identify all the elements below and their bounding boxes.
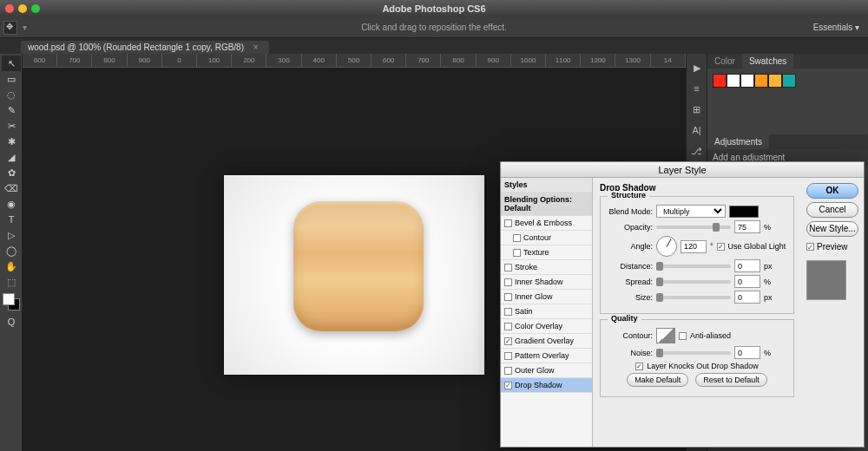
character-icon[interactable]: A|	[688, 121, 706, 139]
noise-input[interactable]	[734, 346, 760, 359]
move-tool-indicator[interactable]	[3, 21, 17, 35]
swatch[interactable]	[713, 74, 727, 88]
effect-pattern-overlay[interactable]: Pattern Overlay	[501, 349, 592, 363]
crop-tool[interactable]: ✂	[2, 118, 21, 134]
canvas-artboard[interactable]	[224, 175, 484, 375]
eraser-tool[interactable]: ◉	[2, 196, 21, 212]
horizontal-ruler: 6007008009000100200300400500600700800900…	[23, 54, 686, 68]
swatches-panel	[707, 69, 868, 100]
history-icon[interactable]: ≡	[688, 80, 706, 97]
type-tool[interactable]: T	[2, 212, 21, 227]
noise-slider[interactable]	[656, 351, 731, 355]
global-light-checkbox[interactable]	[717, 243, 725, 251]
hand-tool[interactable]: ✋	[2, 258, 21, 274]
effect-satin[interactable]: Satin	[501, 304, 592, 319]
app-title: Adobe Photoshop CS6	[382, 3, 485, 14]
effect-outer-glow[interactable]: Outer Glow	[501, 363, 592, 378]
preview-checkbox[interactable]	[806, 243, 814, 251]
styles-header[interactable]: Styles	[501, 178, 592, 193]
dialog-title: Layer Style	[501, 162, 864, 178]
spread-slider[interactable]	[656, 280, 731, 284]
wand-tool[interactable]: ✎	[2, 102, 21, 118]
effect-texture[interactable]: Texture	[501, 245, 592, 260]
path-tool[interactable]: ▷	[2, 227, 21, 243]
heal-tool[interactable]: ◢	[2, 149, 21, 165]
reset-default-button[interactable]: Reset to Default	[695, 373, 767, 387]
document-tabs: wood.psd @ 100% (Rounded Rectangle 1 cop…	[0, 38, 868, 54]
adjustments-tab[interactable]: Adjustments	[707, 134, 769, 149]
angle-input[interactable]	[681, 240, 707, 253]
ok-button[interactable]: OK	[806, 183, 858, 199]
foreground-background-colors[interactable]	[3, 293, 20, 310]
angle-dial[interactable]	[656, 236, 677, 257]
effect-settings: Drop Shadow Structure Blend Mode: Multip…	[593, 178, 801, 447]
swatch[interactable]	[754, 74, 768, 88]
effect-gradient-overlay[interactable]: Gradient Overlay	[501, 334, 592, 349]
effect-contour[interactable]: Contour	[501, 231, 592, 245]
lasso-tool[interactable]: ◌	[2, 87, 21, 102]
effect-stroke[interactable]: Stroke	[501, 260, 592, 275]
foreground-color-swatch[interactable]	[3, 293, 15, 305]
adjustments-panel-tabs: Adjustments	[707, 134, 868, 149]
close-window-button[interactable]	[5, 4, 14, 13]
move-tool[interactable]: ↖	[2, 56, 21, 71]
close-tab-icon[interactable]: ×	[253, 42, 259, 52]
effect-drop-shadow[interactable]: Drop Shadow	[501, 378, 592, 393]
cancel-button[interactable]: Cancel	[806, 202, 858, 218]
effects-list: Styles Blending Options: Default Bevel &…	[501, 178, 593, 447]
anti-aliased-checkbox[interactable]	[679, 332, 687, 340]
swatch[interactable]	[768, 74, 782, 88]
quality-group: Quality Contour: Anti-aliased Noise: % L…	[600, 319, 794, 397]
traffic-lights	[5, 4, 40, 13]
marquee-tool[interactable]: ▭	[2, 71, 21, 87]
effect-inner-shadow[interactable]: Inner Shadow	[501, 275, 592, 290]
size-input[interactable]	[734, 291, 760, 304]
opacity-input[interactable]	[734, 220, 760, 233]
layer-style-dialog[interactable]: Layer Style Styles Blending Options: Def…	[500, 161, 865, 448]
eyedropper-tool[interactable]: ✱	[2, 134, 21, 149]
shadow-color-chip[interactable]	[729, 206, 759, 218]
spread-input[interactable]	[734, 275, 760, 288]
swatches-tab[interactable]: Swatches	[742, 54, 793, 69]
effect-inner-glow[interactable]: Inner Glow	[501, 290, 592, 304]
options-hint: Click and drag to reposition the effect.	[361, 23, 507, 32]
zoom-tool[interactable]: ⬚	[2, 274, 21, 290]
expand-icon[interactable]: ▶	[688, 59, 706, 76]
color-tab[interactable]: Color	[707, 54, 742, 69]
make-default-button[interactable]: Make Default	[627, 373, 688, 387]
brush-tool[interactable]: ✿	[2, 165, 21, 180]
structure-group: Structure Blend Mode: Multiply Opacity: …	[600, 196, 794, 314]
window-titlebar: Adobe Photoshop CS6	[0, 0, 868, 17]
knockout-checkbox[interactable]	[635, 363, 643, 370]
new-style-button[interactable]: New Style...	[806, 221, 858, 237]
minimize-window-button[interactable]	[18, 4, 27, 13]
workspace-selector[interactable]: Essentials ▾	[813, 23, 859, 32]
quickmask-toggle[interactable]: Q	[2, 314, 21, 330]
toolbox: ↖ ▭ ◌ ✎ ✂ ✱ ◢ ✿ ⌫ ◉ T ▷ ◯ ✋ ⬚ Q	[0, 54, 23, 451]
dialog-buttons: OK Cancel New Style... Preview	[801, 178, 864, 447]
swatch[interactable]	[782, 74, 796, 88]
size-slider[interactable]	[656, 296, 731, 299]
swatch[interactable]	[727, 74, 740, 88]
blend-mode-select[interactable]: Multiply	[656, 205, 726, 218]
contour-picker[interactable]	[656, 328, 675, 343]
color-panel-tabs: Color Swatches	[707, 54, 868, 69]
effect-color-overlay[interactable]: Color Overlay	[501, 319, 592, 334]
blending-options-row[interactable]: Blending Options: Default	[501, 193, 592, 216]
swatch[interactable]	[740, 74, 754, 88]
preview-thumbnail	[806, 260, 846, 300]
options-bar: ▾ Click and drag to reposition the effec…	[0, 17, 868, 38]
shape-tool[interactable]: ◯	[2, 243, 21, 258]
document-tab-label: wood.psd @ 100% (Rounded Rectangle 1 cop…	[28, 42, 244, 52]
distance-input[interactable]	[734, 259, 760, 272]
opacity-slider[interactable]: .slider[style*="75"]:before{left:75%}	[656, 226, 731, 229]
wood-icon-layer[interactable]	[293, 201, 424, 331]
document-tab[interactable]: wood.psd @ 100% (Rounded Rectangle 1 cop…	[21, 41, 269, 54]
effect-bevel[interactable]: Bevel & Emboss	[501, 216, 592, 231]
maximize-window-button[interactable]	[31, 4, 40, 13]
properties-icon[interactable]: ⊞	[688, 101, 706, 118]
stamp-tool[interactable]: ⌫	[2, 180, 21, 196]
distance-slider[interactable]	[656, 265, 731, 268]
paragraph-icon[interactable]: ⎇	[688, 142, 706, 160]
